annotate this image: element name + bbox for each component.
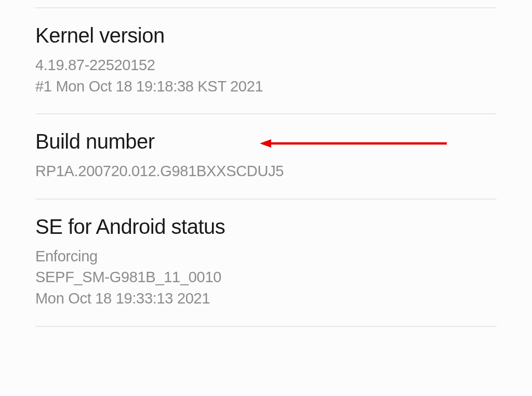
kernel-version-line1: 4.19.87-22520152 — [35, 55, 497, 76]
kernel-version-title: Kernel version — [35, 24, 497, 47]
se-android-status-value: Enforcing SEPF_SM-G981B_11_0010 Mon Oct … — [35, 246, 497, 309]
se-android-line3: Mon Oct 18 19:33:13 2021 — [35, 288, 497, 309]
build-number-value: RP1A.200720.012.G981BXXSCDUJ5 — [35, 161, 497, 182]
se-android-status-item[interactable]: SE for Android status Enforcing SEPF_SM-… — [35, 200, 497, 327]
kernel-version-line2: #1 Mon Oct 18 19:18:38 KST 2021 — [35, 76, 497, 97]
se-android-line2: SEPF_SM-G981B_11_0010 — [35, 267, 497, 288]
kernel-version-item[interactable]: Kernel version 4.19.87-22520152 #1 Mon O… — [35, 7, 497, 114]
build-number-title: Build number — [35, 130, 497, 153]
se-android-line1: Enforcing — [35, 246, 497, 267]
build-number-item[interactable]: Build number RP1A.200720.012.G981BXXSCDU… — [35, 114, 497, 200]
settings-list: Kernel version 4.19.87-22520152 #1 Mon O… — [0, 7, 532, 327]
kernel-version-value: 4.19.87-22520152 #1 Mon Oct 18 19:18:38 … — [35, 55, 497, 97]
se-android-status-title: SE for Android status — [35, 215, 497, 239]
